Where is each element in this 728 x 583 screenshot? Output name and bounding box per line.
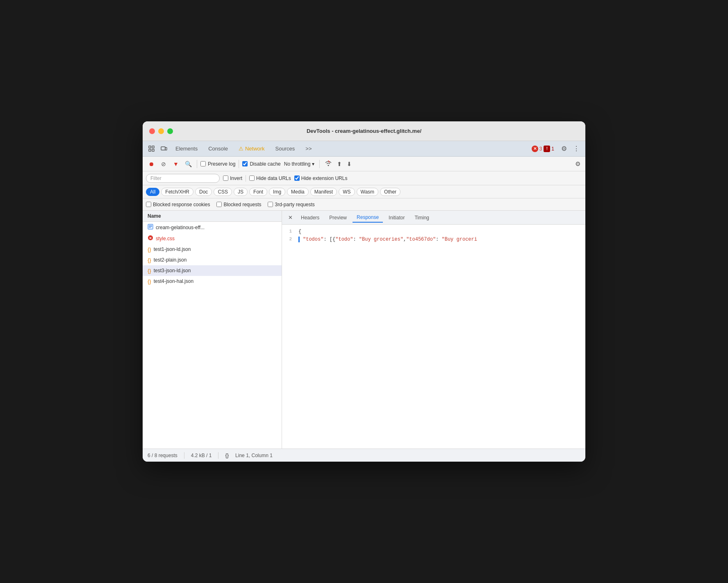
response-content: 1 { 2 "todos": [{"todo": "Buy groceries"… (282, 225, 585, 449)
toolbar: ⏺ ⊘ ▼ 🔍 Preserve log Disable cache No th… (143, 157, 585, 171)
code-content-2: "todos": [{"todo": "Buy groceries","to45… (298, 236, 477, 244)
blocked-requests-checkbox[interactable] (216, 202, 222, 207)
error-badge-area: ✕ 3 ! 1 (532, 146, 554, 152)
svg-rect-3 (152, 149, 154, 151)
throttle-select[interactable]: No throttling ▾ (282, 160, 316, 168)
response-panel: ✕ Headers Preview Response Initiator Tim… (282, 211, 585, 449)
svg-rect-2 (152, 146, 154, 148)
window-title: DevTools - cream-gelatinous-effect.glitc… (307, 128, 421, 134)
clear-button[interactable]: ⊘ (158, 159, 169, 169)
type-filter-font[interactable]: Font (249, 188, 267, 196)
invert-checkbox[interactable] (223, 175, 228, 181)
more-options-button[interactable]: ⋮ (571, 143, 582, 155)
third-party-checkbox[interactable] (268, 202, 273, 207)
tab-response[interactable]: Response (353, 213, 383, 223)
type-filter-js[interactable]: JS (234, 188, 248, 196)
file-item-cream[interactable]: cream-gelatinous-eff... (143, 222, 282, 233)
type-filter-manifest[interactable]: Manifest (310, 188, 337, 196)
svg-rect-4 (161, 147, 165, 150)
json-icon-4: {} (148, 278, 151, 285)
type-filter-other[interactable]: Other (380, 188, 400, 196)
line-number-2: 2 (285, 236, 298, 244)
network-warning-icon: ⚠ (239, 146, 243, 152)
import-har-icon[interactable]: ⬆ (335, 160, 344, 168)
file-name-cream: cream-gelatinous-eff... (156, 225, 205, 230)
filter-icon-button[interactable]: ▼ (171, 159, 181, 169)
cursor-line (298, 237, 300, 242)
format-button[interactable]: {} (225, 452, 229, 458)
tab-preview[interactable]: Preview (325, 213, 351, 222)
file-item-json1[interactable]: {} test1-json-ld.json (143, 244, 282, 255)
tab-more[interactable]: >> (300, 144, 316, 153)
maximize-button[interactable] (167, 128, 173, 134)
device-toggle-icon[interactable] (158, 143, 170, 155)
status-divider-1 (184, 452, 184, 459)
cursor-position: Line 1, Column 1 (235, 453, 273, 458)
type-filter-css[interactable]: CSS (214, 188, 232, 196)
file-name-css: style.css (156, 236, 175, 241)
minimize-button[interactable] (158, 128, 164, 134)
format-icon: {} (225, 452, 229, 458)
hide-ext-checkbox[interactable] (294, 175, 300, 181)
blocked-cookies-checkbox[interactable] (146, 202, 151, 207)
file-item-json3[interactable]: {} test3-json-ld.json (143, 265, 282, 276)
json-icon-2: {} (148, 257, 151, 263)
invert-label[interactable]: Invert (223, 175, 242, 181)
blocked-requests-label[interactable]: Blocked requests (216, 202, 261, 207)
main-content: Name cream-gelatinous-eff... (143, 211, 585, 449)
filter-input[interactable] (146, 174, 220, 183)
tab-console[interactable]: Console (203, 144, 233, 153)
export-har-icon[interactable]: ⬇ (345, 160, 353, 168)
disable-cache-checkbox[interactable] (242, 161, 248, 166)
preserve-log-checkbox[interactable] (200, 161, 206, 166)
type-filter-wasm[interactable]: Wasm (357, 188, 379, 196)
file-list-header: Name (143, 211, 282, 222)
type-filter-all[interactable]: All (146, 188, 159, 196)
hide-ext-label[interactable]: Hide extension URLs (294, 175, 348, 181)
file-name-json4: test4-json-hal.json (154, 278, 193, 284)
tab-timing[interactable]: Timing (410, 213, 433, 222)
tab-initiator[interactable]: Initiator (384, 213, 409, 222)
search-button[interactable]: 🔍 (183, 159, 193, 169)
tab-headers[interactable]: Headers (297, 213, 323, 222)
tab-network[interactable]: ⚠ Network (234, 144, 270, 153)
blocked-cookies-label[interactable]: Blocked response cookies (146, 202, 210, 207)
devtools-window: DevTools - cream-gelatinous-effect.glitc… (143, 121, 585, 462)
filter-divider-1 (246, 175, 246, 182)
tab-sources[interactable]: Sources (271, 144, 300, 153)
inspect-icon[interactable] (146, 143, 157, 155)
file-item-json4[interactable]: {} test4-json-hal.json (143, 276, 282, 287)
svg-rect-0 (149, 146, 151, 148)
third-party-label[interactable]: 3rd-party requests (268, 202, 314, 207)
type-filter-ws[interactable]: WS (339, 188, 355, 196)
type-filter-img[interactable]: Img (269, 188, 285, 196)
hide-data-checkbox[interactable] (249, 175, 255, 181)
svg-rect-1 (149, 149, 151, 151)
hide-data-label[interactable]: Hide data URLs (249, 175, 291, 181)
requests-count: 6 / 8 requests (148, 453, 177, 458)
stop-recording-button[interactable]: ⏺ (146, 159, 157, 169)
file-list: cream-gelatinous-eff... ✕ style.css {} t… (143, 222, 282, 449)
tab-elements[interactable]: Elements (171, 144, 202, 153)
close-button[interactable] (149, 128, 155, 134)
network-conditions-icon[interactable] (323, 159, 334, 169)
error-file-icon: ✕ (148, 235, 153, 242)
doc-icon (148, 224, 153, 231)
disable-cache-label[interactable]: Disable cache (242, 161, 280, 167)
close-panel-button[interactable]: ✕ (285, 213, 295, 223)
type-filter-doc[interactable]: Doc (195, 188, 212, 196)
file-item-json2[interactable]: {} test2-plain.json (143, 255, 282, 265)
title-bar: DevTools - cream-gelatinous-effect.glitc… (143, 121, 585, 141)
type-filter-media[interactable]: Media (287, 188, 309, 196)
file-item-css[interactable]: ✕ style.css (143, 233, 282, 244)
status-divider-2 (218, 452, 218, 459)
json-icon-3: {} (148, 268, 151, 274)
file-name-json1: test1-json-ld.json (154, 246, 191, 252)
code-line-1: 1 { (282, 228, 585, 236)
status-bar: 6 / 8 requests 4.2 kB / 1 {} Line 1, Col… (143, 449, 585, 462)
error-icon: ✕ (532, 146, 538, 152)
type-filter-fetch[interactable]: Fetch/XHR (161, 188, 193, 196)
network-settings-button[interactable]: ⚙ (573, 159, 582, 169)
preserve-log-label[interactable]: Preserve log (200, 161, 235, 167)
settings-button[interactable]: ⚙ (558, 143, 570, 155)
